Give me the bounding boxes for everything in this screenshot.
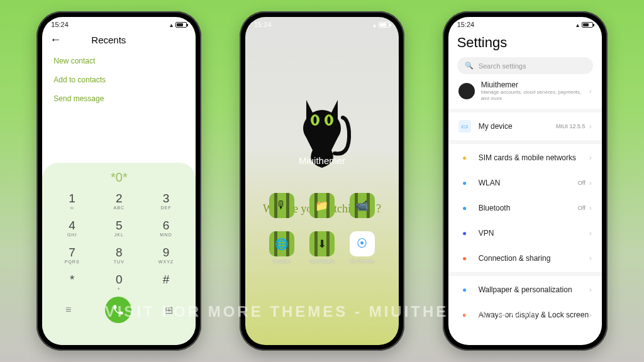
app-Mi Remote[interactable]: ⦿Mi Remote: [350, 231, 375, 264]
key-4[interactable]: 4GHI: [48, 216, 96, 240]
status-icons: ▴: [373, 21, 390, 28]
dialpad: *0* 1∞2ABC3DEF4GHI5JKL6MNO7PQRS8TUV9WXYZ…: [42, 163, 196, 345]
wall-icon: ●: [458, 283, 471, 296]
my-device-row[interactable]: ▭ My device MIUI 12.5.5 ›: [457, 114, 593, 139]
key-#[interactable]: #: [143, 270, 190, 294]
app-Downloads[interactable]: ⬇Downloads: [309, 231, 335, 264]
menu-new-contact[interactable]: New contact: [53, 52, 184, 70]
my-device-label: My device: [479, 122, 556, 131]
phone-dialer: 15:24 ▴ ← Recents New contact Add to con…: [36, 11, 201, 351]
chevron-right-icon: ›: [589, 310, 592, 319]
avatar: [458, 83, 475, 99]
search-input[interactable]: 🔍 Search settings: [457, 57, 593, 74]
page-title: Recents: [91, 35, 126, 45]
chevron-right-icon: ›: [589, 153, 592, 162]
status-time: 15:24: [51, 21, 69, 28]
action-menu: New contact Add to contacts Send message: [42, 52, 196, 108]
status-time: 15:24: [457, 21, 475, 28]
menu-send-message[interactable]: Send message: [53, 89, 184, 108]
my-device-value: MIUI 12.5.5: [556, 123, 586, 129]
dialed-number: *0*: [48, 170, 189, 185]
app-icon[interactable]: 📹: [350, 193, 375, 220]
key-0[interactable]: 0+: [96, 270, 143, 294]
settings-row-lock[interactable]: ●Always-on display & Lock screen›: [457, 302, 593, 327]
chevron-right-icon: ›: [589, 254, 592, 263]
status-icons: ▴: [576, 21, 593, 28]
account-row[interactable]: Miuithemer Manage accounts, cloud servic…: [457, 74, 593, 107]
account-name: Miuithemer: [481, 80, 589, 89]
search-placeholder: Search settings: [479, 62, 526, 70]
menu-icon[interactable]: ≡: [65, 304, 71, 315]
status-bar: 15:24 ▴: [448, 17, 602, 30]
app-icon[interactable]: 🎙: [269, 193, 294, 220]
settings-row-wifi[interactable]: ●WLANOff›: [457, 170, 593, 195]
signal-icon: ▴: [170, 21, 173, 28]
menu-add-contacts[interactable]: Add to contacts: [53, 70, 184, 89]
settings-row-share[interactable]: ●Connection & sharing›: [457, 246, 593, 271]
settings-row-wall[interactable]: ●Wallpaper & personalization›: [457, 277, 593, 302]
key-3[interactable]: 3DEF: [143, 189, 190, 213]
signal-icon: ▴: [576, 21, 579, 28]
sim-icon: ●: [458, 151, 471, 164]
brand-text: Miuithemer: [299, 155, 345, 166]
search-icon: 🔍: [465, 62, 474, 70]
key-1[interactable]: 1∞: [48, 189, 96, 213]
key-6[interactable]: 6MNO: [143, 216, 190, 240]
key-2[interactable]: 2ABC: [96, 189, 143, 213]
app-icon[interactable]: 📁: [309, 193, 335, 220]
chevron-right-icon: ›: [589, 285, 592, 294]
key-7[interactable]: 7PQRS: [48, 243, 96, 267]
signal-icon: ▴: [373, 21, 376, 28]
phone-icon: [112, 304, 125, 316]
key-*[interactable]: *: [48, 270, 96, 294]
call-button[interactable]: [105, 297, 131, 323]
status-time: 15:24: [254, 21, 272, 28]
share-icon: ●: [458, 252, 471, 265]
chevron-right-icon: ›: [589, 87, 592, 96]
battery-icon: [175, 22, 187, 28]
device-icon: ▭: [458, 120, 471, 133]
bt-icon: ●: [458, 202, 471, 214]
chevron-right-icon: ›: [589, 122, 592, 131]
back-icon[interactable]: ←: [50, 33, 61, 47]
status-bar: 15:24 ▴: [245, 17, 399, 30]
svg-point-2: [313, 116, 316, 124]
battery-icon: [582, 22, 593, 28]
settings-row-bt[interactable]: ●BluetoothOff›: [457, 195, 593, 221]
status-bar: 15:24 ▴: [42, 17, 196, 30]
battery-icon: [379, 22, 390, 28]
app-Browser[interactable]: 🌐Browser: [269, 231, 294, 264]
account-sub: Manage accounts, cloud services, payment…: [481, 89, 589, 101]
key-9[interactable]: 9WXYZ: [143, 243, 190, 267]
chevron-right-icon: ›: [589, 204, 592, 212]
phone-home: 15:24 ▴ Miuithemer What're you watching …: [240, 11, 404, 351]
svg-point-3: [327, 116, 330, 124]
status-icons: ▴: [170, 21, 187, 28]
chevron-right-icon: ›: [589, 178, 592, 187]
settings-title: Settings: [457, 35, 593, 51]
vpn-icon: ●: [458, 227, 471, 239]
chevron-right-icon: ›: [589, 229, 592, 238]
keypad-icon[interactable]: ⊞: [165, 304, 173, 316]
settings-row-vpn[interactable]: ●VPN›: [457, 221, 593, 246]
phone-settings: 15:24 ▴ Settings 🔍 Search settings Miuit…: [443, 11, 608, 351]
key-8[interactable]: 8TUV: [96, 243, 143, 267]
lock-icon: ●: [458, 309, 471, 321]
key-5[interactable]: 5JKL: [96, 216, 143, 240]
wifi-icon: ●: [458, 177, 471, 189]
settings-row-sim[interactable]: ●SIM cards & mobile networks›: [457, 145, 593, 170]
